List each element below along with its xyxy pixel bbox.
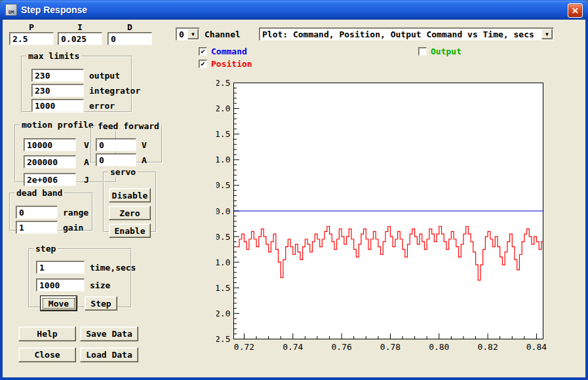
help-button[interactable]: Help [18, 326, 76, 341]
svg-text:0.82: 0.82 [477, 342, 498, 352]
window-title: Step Response [21, 5, 87, 15]
svg-text:-0.5: -0.5 [216, 232, 231, 242]
plot-select-value: Plot: Command, Position, Output Command … [260, 29, 541, 39]
dead-band-gain-input[interactable] [16, 221, 58, 234]
channel-value: 0 [176, 29, 187, 39]
load-data-button[interactable]: Load Data [80, 347, 138, 362]
step-time-input[interactable] [36, 261, 85, 274]
feed-forward-legend: feed forward [96, 121, 161, 131]
position-checkbox[interactable]: ✔ [199, 60, 207, 68]
servo-zero-button[interactable]: Zero [109, 206, 151, 220]
svg-text:0.72: 0.72 [234, 342, 254, 352]
ff-velocity-label: V [142, 140, 147, 150]
feed-forward-group: feed forward V A [90, 121, 163, 163]
d-label: D [108, 22, 152, 32]
svg-text:0.78: 0.78 [380, 342, 401, 352]
command-checkbox-label: Command [211, 47, 247, 56]
svg-text:1.5: 1.5 [216, 129, 231, 139]
output-checkbox-label: Output [431, 47, 461, 56]
p-label: P [9, 22, 54, 32]
svg-text:0.76: 0.76 [331, 342, 351, 352]
step-group: step time,secs size Move Step [28, 244, 132, 308]
max-integrator-input[interactable] [31, 84, 84, 97]
i-label: I [58, 22, 102, 32]
dead-band-range-label: range [63, 208, 88, 218]
accel-input[interactable] [24, 155, 76, 168]
channel-select[interactable]: 0 ▼ [176, 28, 200, 41]
command-checkbox[interactable]: ✔ [199, 47, 207, 56]
svg-text:0.80: 0.80 [429, 342, 449, 352]
title-bar: DM Step Response ✕ [0, 0, 588, 20]
i-input[interactable] [58, 32, 102, 45]
save-data-button[interactable]: Save Data [80, 326, 138, 341]
servo-legend: servo [108, 167, 138, 177]
jerk-input[interactable] [24, 173, 76, 186]
svg-text:-1.0: -1.0 [216, 257, 231, 267]
step-size-input[interactable] [36, 278, 85, 292]
svg-text:0.74: 0.74 [283, 342, 303, 352]
svg-text:0.0: 0.0 [216, 206, 231, 216]
svg-text:0.5: 0.5 [216, 180, 231, 190]
move-button[interactable]: Move [41, 296, 77, 311]
dead-band-group: dead band range gain [9, 188, 93, 231]
p-input[interactable] [9, 32, 54, 45]
ff-velocity-input[interactable] [96, 138, 136, 151]
plot-dropdown-arrow-icon[interactable]: ▼ [541, 29, 553, 39]
svg-text:-1.5: -1.5 [216, 283, 231, 293]
step-time-label: time,secs [90, 263, 136, 273]
svg-text:-2.0: -2.0 [216, 309, 231, 318]
max-output-label: output [89, 71, 120, 81]
max-limits-group: max limits output integrator error [21, 51, 132, 113]
dead-band-gain-label: gain [63, 223, 83, 233]
step-button[interactable]: Step [85, 296, 117, 311]
velocity-label: V [84, 140, 89, 150]
max-error-label: error [89, 101, 115, 111]
max-limits-legend: max limits [26, 51, 81, 61]
ff-accel-label: A [142, 155, 147, 165]
max-output-input[interactable] [31, 69, 84, 82]
jerk-label: J [84, 175, 89, 185]
servo-enable-button[interactable]: Enable [109, 223, 151, 238]
ff-accel-input[interactable] [96, 153, 136, 166]
svg-text:1.0: 1.0 [216, 155, 231, 164]
servo-group: servo Disable Zero Enable [103, 167, 157, 233]
close-window-button[interactable]: ✕ [568, 3, 583, 18]
app-icon: DM [5, 4, 17, 16]
output-checkbox[interactable] [418, 47, 427, 56]
svg-text:2.5: 2.5 [216, 78, 231, 88]
close-button[interactable]: Close [18, 347, 76, 362]
max-error-input[interactable] [31, 99, 84, 112]
channel-label: Channel [205, 29, 241, 39]
svg-text:0.84: 0.84 [526, 342, 547, 352]
accel-label: A [84, 157, 89, 167]
svg-text:-2.5: -2.5 [216, 334, 231, 344]
servo-disable-button[interactable]: Disable [109, 188, 151, 202]
step-legend: step [33, 244, 58, 254]
max-integrator-label: integrator [89, 86, 140, 96]
velocity-input[interactable] [24, 138, 76, 151]
motion-profile-legend: motion profile [20, 120, 96, 130]
plot-select[interactable]: Plot: Command, Position, Output Command … [259, 28, 554, 41]
step-response-window: DM Step Response ✕ P I D max limits outp… [0, 0, 588, 380]
dead-band-range-input[interactable] [16, 206, 58, 219]
position-checkbox-label: Position [211, 59, 252, 69]
channel-dropdown-arrow-icon[interactable]: ▼ [187, 29, 199, 39]
step-response-plot: 2.52.01.51.00.50.0-0.5-1.0-1.5-2.0-2.50.… [216, 77, 557, 360]
d-input[interactable] [108, 32, 152, 45]
step-size-label: size [90, 280, 110, 290]
dead-band-legend: dead band [14, 188, 64, 198]
svg-text:2.0: 2.0 [216, 104, 231, 113]
